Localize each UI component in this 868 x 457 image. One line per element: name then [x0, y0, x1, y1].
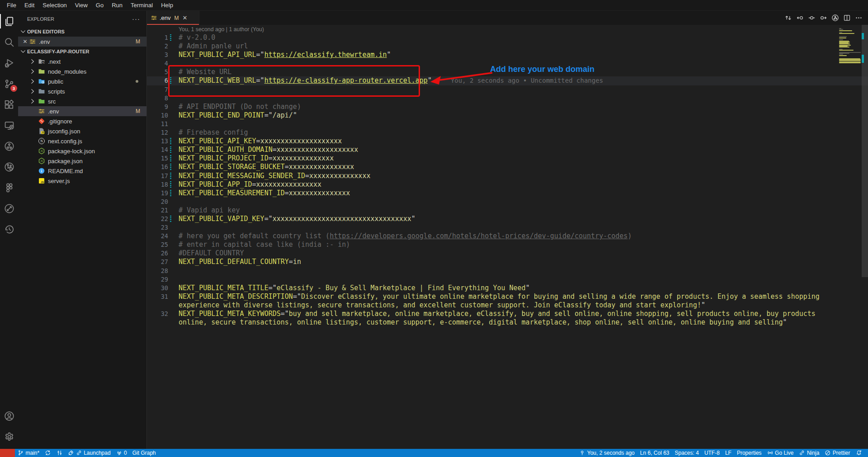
open-editors-header[interactable]: OPEN EDITORS — [18, 27, 146, 37]
status-ninja[interactable]: Ninja — [796, 449, 822, 457]
previous-change-icon[interactable] — [796, 14, 804, 22]
file-package-lock-json[interactable]: JSpackage-lock.json — [18, 146, 146, 156]
code-line-27[interactable]: 27NEXT_PUBLIC_DEFAULT_COUNTRY=in — [147, 258, 868, 266]
project-section-header[interactable]: ECLASSIFY-APP-ROUTER — [18, 47, 146, 57]
chevron-right-icon — [29, 68, 36, 75]
open-editor-env[interactable]: ✕.envM — [18, 37, 146, 47]
open-changes-icon[interactable] — [784, 14, 792, 22]
code-line-10[interactable]: 10NEXT_PUBLIC_END_POINT="/api/" — [147, 111, 868, 120]
activity-settings[interactable] — [0, 426, 18, 447]
folder-name: node_modules — [48, 68, 86, 75]
folder-scripts[interactable]: scripts — [18, 86, 146, 96]
more-actions-icon[interactable] — [855, 14, 863, 22]
activity-search[interactable] — [0, 32, 18, 52]
code-line-25[interactable]: 25# enter in capital case like (india :-… — [147, 240, 868, 249]
code-line-16[interactable]: 16NEXT_PUBLIC_STORAGE_BUCKET=xxxxxxxxxxx… — [147, 163, 868, 171]
menu-selection[interactable]: Selection — [38, 0, 71, 10]
status-broadcast-count[interactable]: 0 — [113, 449, 130, 457]
status-remote-indicator[interactable] — [0, 449, 15, 457]
code-line-18[interactable]: 18NEXT_PUBLIC_APP_ID=xxxxxxxxxxxxxxxx — [147, 180, 868, 189]
change-region-icon[interactable] — [808, 14, 816, 22]
activity-extensions[interactable] — [0, 94, 18, 115]
file-server-js[interactable]: JSserver.js — [18, 176, 146, 186]
activity-accounts[interactable] — [0, 405, 18, 426]
code-line-15[interactable]: 15NEXT_PUBLIC_PROJECT_ID=xxxxxxxxxxxxxxx — [147, 154, 868, 163]
code-line-23[interactable]: 23 — [147, 223, 868, 232]
file-next-config-js[interactable]: Nnext.config.js — [18, 136, 146, 146]
menu-go[interactable]: Go — [92, 0, 108, 10]
status-blame-status[interactable]: You, 2 seconds ago — [576, 449, 637, 457]
next-change-icon[interactable] — [820, 14, 827, 22]
line-number: 19 — [147, 189, 168, 198]
file-jsconfig-json[interactable]: JSjsconfig.json — [18, 126, 146, 136]
close-icon[interactable]: ✕ — [21, 38, 29, 45]
code-line-24[interactable]: 24# here you get default country list (h… — [147, 232, 868, 240]
status-cursor-position[interactable]: Ln 6, Col 63 — [637, 449, 672, 457]
code-line-22[interactable]: 22NEXT_PUBLIC_VAPID_KEY="xxxxxxxxxxxxxxx… — [147, 215, 868, 223]
code-line-9[interactable]: 9# API ENDPOINT (Do not change) — [147, 103, 868, 111]
status-sync-changes[interactable] — [42, 449, 54, 457]
activity-explorer[interactable] — [0, 11, 18, 32]
code-editor[interactable]: You, 1 second ago | 1 author (You) 1# v-… — [147, 25, 868, 449]
close-icon[interactable]: ✕ — [183, 14, 188, 21]
code-line-11[interactable]: 11 — [147, 120, 868, 128]
activity-swap-view[interactable] — [0, 198, 18, 219]
file-package-json[interactable]: JSpackage.json — [18, 156, 146, 166]
code-line-1[interactable]: 1# v-2.0.0 — [147, 33, 868, 42]
code-line-21[interactable]: 21# Vapid api key — [147, 206, 868, 215]
folder-node-modules[interactable]: node_modules — [18, 66, 146, 76]
status-go-live[interactable]: Go Live — [764, 449, 797, 457]
activity-figma-view[interactable] — [0, 177, 18, 198]
file-readme-md[interactable]: iREADME.md — [18, 166, 146, 176]
code-line-32[interactable]: 32NEXT_PUBLIC_META_KEYWORDS="buy and sel… — [147, 310, 868, 327]
line-content: NEXT_PUBLIC_AUTH_DOMAIN=xxxxxxxxxxxxxxxx… — [179, 146, 358, 154]
menu-run[interactable]: Run — [108, 0, 127, 10]
activity-history-view[interactable] — [0, 219, 18, 240]
activity-source-control[interactable]: 3 — [0, 73, 18, 94]
menu-edit[interactable]: Edit — [20, 0, 38, 10]
status-encoding[interactable]: UTF-8 — [702, 449, 722, 457]
menu-file[interactable]: File — [3, 0, 20, 10]
activity-git-graph-view[interactable] — [0, 136, 18, 156]
status-compare-changes[interactable] — [54, 449, 66, 457]
minimap[interactable] — [839, 28, 861, 63]
code-line-17[interactable]: 17NEXT_PUBLIC_MESSAGING_SENDER_ID=xxxxxx… — [147, 172, 868, 180]
code-line-13[interactable]: 13NEXT_PUBLIC_API_KEY=xxxxxxxxxxxxxxxxxx… — [147, 137, 868, 146]
status-eol[interactable]: LF — [722, 449, 734, 457]
code-line-31[interactable]: 31NEXT_PUBLIC_META_DESCRIPTION="Discover… — [147, 292, 868, 310]
line-number: 7 — [147, 85, 168, 94]
file-gitignore[interactable]: .gitignore — [18, 116, 146, 126]
activity-remote-explorer[interactable] — [0, 115, 18, 136]
file-env[interactable]: .envM — [18, 106, 146, 116]
folder-next[interactable]: N.next — [18, 57, 146, 66]
code-line-20[interactable]: 20 — [147, 198, 868, 206]
status-language-mode[interactable]: Properties — [734, 449, 764, 457]
status-git-branch[interactable]: main* — [15, 449, 42, 457]
code-line-26[interactable]: 26#DEFAULT COUNTRY — [147, 249, 868, 258]
tab-env[interactable]: .env M ✕ — [147, 11, 199, 25]
code-line-30[interactable]: 30NEXT_PUBLIC_META_TITLE="eClassify - Bu… — [147, 284, 868, 292]
status-git-graph[interactable]: Git Graph — [130, 449, 159, 457]
menu-help[interactable]: Help — [157, 0, 177, 10]
status-notifications[interactable] — [853, 449, 865, 457]
status-prettier[interactable]: Prettier — [822, 449, 853, 457]
folder-public[interactable]: public — [18, 76, 146, 86]
status-launchpad[interactable]: Launchpad — [65, 449, 113, 457]
split-editor-icon[interactable] — [843, 14, 851, 22]
activity-run-and-debug[interactable] — [0, 52, 18, 73]
editor-scrollbar[interactable] — [862, 25, 868, 449]
activity-gitlens-view[interactable] — [0, 156, 18, 177]
code-line-19[interactable]: 19NEXT_PUBLIC_MEASUREMENT_ID=xxxxxxxxxxx… — [147, 189, 868, 198]
status-indentation[interactable]: Spaces: 4 — [672, 449, 702, 457]
code-line-28[interactable]: 28 — [147, 267, 868, 275]
menu-terminal[interactable]: Terminal — [127, 0, 157, 10]
code-line-12[interactable]: 12# Firebase config — [147, 128, 868, 137]
folder-src[interactable]: src — [18, 96, 146, 106]
code-line-2[interactable]: 2# Admin panle url — [147, 42, 868, 51]
menu-view[interactable]: View — [71, 0, 92, 10]
code-line-3[interactable]: 3NEXT_PUBLIC_API_URL="https://eclassify.… — [147, 51, 868, 59]
code-line-29[interactable]: 29 — [147, 275, 868, 284]
git-graph-circle-icon[interactable] — [831, 14, 839, 22]
code-line-14[interactable]: 14NEXT_PUBLIC_AUTH_DOMAIN=xxxxxxxxxxxxxx… — [147, 146, 868, 154]
more-actions-icon[interactable]: ··· — [132, 15, 140, 23]
